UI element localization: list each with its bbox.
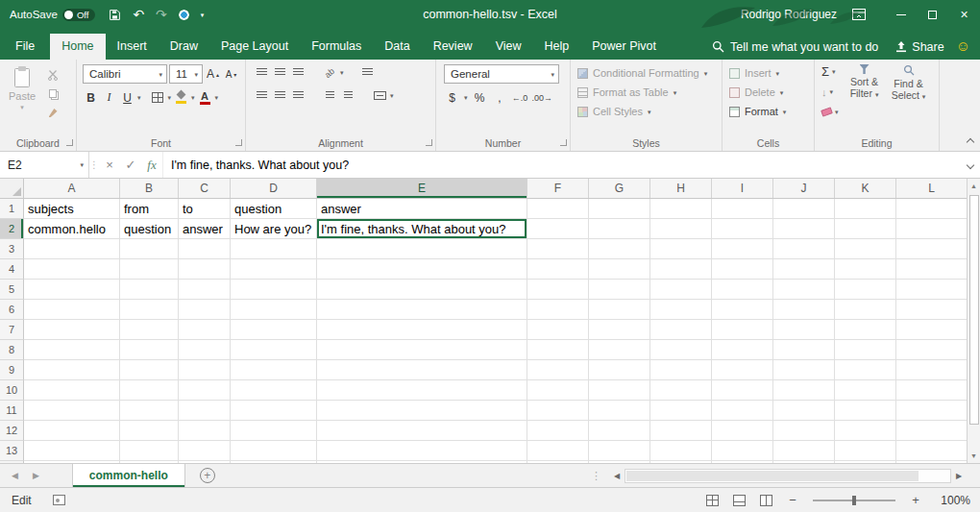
orientation-button[interactable]: ab [322, 64, 338, 81]
formula-input[interactable]: I'm fine, thanks. What about you? [162, 152, 961, 178]
cell-G13[interactable] [589, 441, 650, 461]
cell-F9[interactable] [527, 360, 589, 380]
cell-B9[interactable] [120, 360, 179, 380]
borders-dropdown-icon[interactable]: ▾ [168, 94, 172, 101]
cell-G8[interactable] [589, 340, 650, 360]
user-name[interactable]: Rodrigo Rodriguez [741, 8, 837, 21]
cell-H7[interactable] [650, 320, 712, 340]
cell-B4[interactable] [120, 259, 179, 280]
cell-G3[interactable] [589, 239, 650, 259]
column-header-A[interactable]: A [24, 179, 120, 198]
number-dialog-launcher-icon[interactable] [560, 139, 567, 146]
customize-qat-chevron-icon[interactable]: ▾ [201, 12, 205, 18]
column-header-E[interactable]: E [317, 179, 527, 198]
cell-I10[interactable] [712, 380, 773, 401]
sort-filter-button[interactable]: Sort & Filter ▾ [845, 63, 885, 120]
cell-J5[interactable] [773, 280, 835, 300]
ribbon-tab-file[interactable]: File [0, 34, 50, 60]
font-dialog-launcher-icon[interactable] [235, 139, 242, 146]
bold-button[interactable]: B [83, 89, 99, 106]
format-cells-button[interactable]: Format▾ [729, 104, 810, 119]
cell-L10[interactable] [896, 380, 967, 401]
cell-E9[interactable] [317, 360, 527, 380]
cell-A3[interactable] [24, 239, 120, 259]
row-header-10[interactable]: 10 [0, 380, 24, 401]
cell-E2[interactable]: I'm fine, thanks. What about you? [317, 219, 527, 239]
cell-I6[interactable] [712, 300, 773, 320]
ribbon-tab-power-pivot[interactable]: Power Pivot [580, 34, 668, 60]
cell-G11[interactable] [589, 401, 650, 421]
cell-F8[interactable] [527, 340, 589, 360]
feedback-smiley-icon[interactable]: ☺ [954, 34, 980, 60]
row-header-9[interactable]: 9 [0, 360, 24, 380]
horizontal-scrollbar[interactable]: ◀ ▶ [609, 468, 967, 484]
cell-J6[interactable] [773, 300, 835, 320]
row-header-3[interactable]: 3 [0, 239, 24, 259]
cell-J3[interactable] [773, 239, 835, 259]
cell-C4[interactable] [179, 259, 231, 280]
conditional-formatting-button[interactable]: Conditional Formatting▾ [577, 65, 718, 81]
fill-color-dropdown-icon[interactable]: ▾ [191, 94, 195, 101]
cell-H1[interactable] [650, 199, 712, 219]
confirm-entry-button[interactable]: ✓ [120, 152, 141, 178]
cell-C12[interactable] [179, 421, 231, 441]
cell-K4[interactable] [835, 259, 896, 280]
row-header-7[interactable]: 7 [0, 320, 24, 340]
ribbon-tab-draw[interactable]: Draw [159, 34, 209, 60]
cell-F6[interactable] [527, 300, 589, 320]
increase-font-size-button[interactable]: A▴ [205, 66, 221, 83]
new-sheet-button[interactable]: + [200, 468, 215, 483]
cell-D7[interactable] [231, 320, 317, 340]
cell-A7[interactable] [24, 320, 120, 340]
expand-formula-bar-button[interactable] [961, 152, 980, 178]
autosave-toggle[interactable]: AutoSave Off [10, 9, 95, 21]
alignment-dialog-launcher-icon[interactable] [426, 139, 432, 146]
paste-button[interactable]: Paste ▾ [4, 63, 40, 120]
font-color-button[interactable]: A [197, 89, 213, 106]
cell-B10[interactable] [120, 380, 179, 401]
next-sheet-icon[interactable]: ▶ [33, 471, 39, 480]
cell-I8[interactable] [712, 340, 773, 360]
page-break-view-button[interactable] [760, 495, 772, 506]
font-family-select[interactable]: Calibri▾ [83, 64, 167, 84]
vertical-scrollbar[interactable]: ▲ ▼ [967, 179, 980, 463]
cell-C8[interactable] [179, 340, 231, 360]
cell-A8[interactable] [24, 340, 120, 360]
cell-D9[interactable] [231, 360, 317, 380]
cell-D10[interactable] [231, 380, 317, 401]
column-header-H[interactable]: H [650, 179, 712, 198]
cell-E8[interactable] [317, 340, 527, 360]
cell-B11[interactable] [120, 401, 179, 421]
cell-K2[interactable] [835, 219, 896, 239]
cell-L4[interactable] [896, 259, 967, 280]
collapse-ribbon-chevron-icon[interactable] [967, 138, 974, 146]
scroll-right-icon[interactable]: ▶ [951, 472, 967, 480]
cell-G10[interactable] [589, 380, 650, 401]
cell-J13[interactable] [773, 441, 835, 461]
orientation-dropdown-icon[interactable]: ▾ [340, 69, 344, 76]
cell-H12[interactable] [650, 421, 712, 441]
cell-I3[interactable] [712, 239, 773, 259]
font-color-dropdown-icon[interactable]: ▾ [215, 94, 219, 101]
vertical-scroll-track[interactable] [968, 193, 980, 449]
accounting-dropdown-icon[interactable]: ▾ [464, 94, 468, 101]
maximize-button[interactable] [917, 0, 948, 29]
cell-F1[interactable] [527, 199, 589, 219]
underline-button[interactable]: U [119, 89, 135, 106]
number-format-select[interactable]: General▾ [444, 64, 559, 84]
font-size-select[interactable]: 11▾ [169, 64, 203, 84]
cell-L5[interactable] [896, 280, 967, 300]
cell-G5[interactable] [589, 280, 650, 300]
cell-I11[interactable] [712, 401, 773, 421]
clear-button[interactable]: ▾ [820, 104, 841, 120]
cell-G7[interactable] [589, 320, 650, 340]
cell-J2[interactable] [773, 219, 835, 239]
cell-A4[interactable] [24, 259, 120, 280]
cell-L1[interactable] [896, 199, 967, 219]
page-layout-view-button[interactable] [733, 495, 746, 506]
macro-record-icon[interactable] [53, 495, 65, 505]
cell-H10[interactable] [650, 380, 712, 401]
cell-D8[interactable] [231, 340, 317, 360]
decrease-decimal-button[interactable]: .00→ [532, 89, 553, 106]
cell-E6[interactable] [317, 300, 527, 320]
